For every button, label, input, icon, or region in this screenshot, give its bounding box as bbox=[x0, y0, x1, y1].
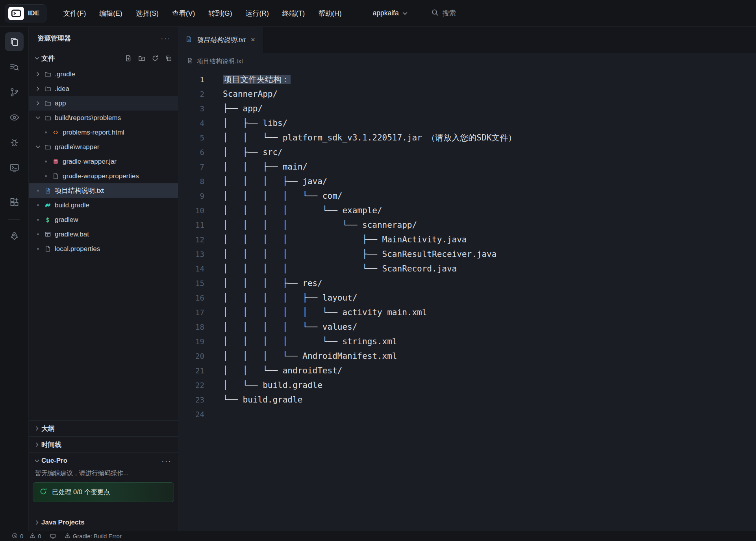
line-content[interactable]: │ │ │ └── AndroidManifest.xml bbox=[223, 349, 397, 364]
feedback-screen-icon[interactable] bbox=[50, 533, 56, 539]
line-content[interactable]: │ │ │ │ └── values/ bbox=[223, 320, 357, 334]
menu-e[interactable]: 编辑(E) bbox=[93, 5, 129, 22]
editor-line[interactable]: 7│ │ ├── main/ bbox=[178, 160, 756, 174]
editor-line[interactable]: 1项目文件夹结构： bbox=[178, 72, 756, 87]
line-content[interactable]: │ │ ├── main/ bbox=[223, 160, 308, 174]
tree-item-gradlew.bat[interactable]: gradlew.bat bbox=[29, 227, 178, 242]
more-actions-icon[interactable]: ··· bbox=[161, 36, 171, 40]
chevron-right-icon[interactable] bbox=[33, 71, 43, 77]
line-content[interactable]: │ │ │ │ └── scannerapp/ bbox=[223, 218, 417, 233]
java-projects-section-header[interactable]: Java Projects bbox=[29, 514, 178, 531]
editor-line[interactable]: 6│ ├── src/ bbox=[178, 145, 756, 160]
editor-line[interactable]: 24 bbox=[178, 407, 756, 422]
tree-item-app[interactable]: app bbox=[29, 96, 178, 111]
editor-line[interactable]: 14│ │ │ │ └── ScanRecord.java bbox=[178, 262, 756, 276]
editor-line[interactable]: 9│ │ │ │ └── com/ bbox=[178, 189, 756, 203]
editor-line[interactable]: 8│ │ │ ├── java/ bbox=[178, 174, 756, 189]
problems-indicator[interactable]: 0 0 bbox=[12, 533, 41, 540]
source-control-icon[interactable] bbox=[5, 83, 24, 102]
workspace-switcher[interactable]: appkaifa bbox=[372, 9, 407, 17]
tree-item-problems-report.html[interactable]: problems-report.html bbox=[29, 125, 178, 140]
new-file-icon[interactable] bbox=[124, 54, 132, 62]
breadcrumb[interactable]: 项目结构说明.txt bbox=[178, 53, 756, 70]
menu-h[interactable]: 帮助(H) bbox=[311, 5, 348, 22]
tree-item-gradle-wrapper.jar[interactable]: gradle-wrapper.jar bbox=[29, 154, 178, 169]
menu-g[interactable]: 转到(G) bbox=[202, 5, 239, 22]
line-content[interactable]: └── build.gradle bbox=[223, 393, 302, 407]
tree-item-gradlew[interactable]: $gradlew bbox=[29, 212, 178, 227]
preview-eye-icon[interactable] bbox=[5, 108, 24, 127]
editor-line[interactable]: 11│ │ │ │ └── scannerapp/ bbox=[178, 218, 756, 233]
editor-line[interactable]: 13│ │ │ │ ├── ScanResultReceiver.java bbox=[178, 247, 756, 262]
line-content[interactable]: │ ├── libs/ bbox=[223, 116, 287, 131]
menu-s[interactable]: 选择(S) bbox=[129, 5, 165, 22]
line-content[interactable]: │ │ │ │ ├── layout/ bbox=[223, 291, 357, 305]
editor-line[interactable]: 16│ │ │ │ ├── layout/ bbox=[178, 291, 756, 305]
editor-line[interactable]: 15│ │ │ ├── res/ bbox=[178, 276, 756, 291]
editor-line[interactable]: 12│ │ │ │ ├── MainActivity.java bbox=[178, 233, 756, 247]
line-content[interactable]: │ │ └── androidTest/ bbox=[223, 364, 342, 378]
editor-line[interactable]: 18│ │ │ │ └── values/ bbox=[178, 320, 756, 334]
extensions-icon[interactable] bbox=[5, 192, 24, 211]
close-tab-icon[interactable]: × bbox=[250, 35, 256, 44]
tree-item-gradle-wrapper.properties[interactable]: gradle-wrapper.properties bbox=[29, 169, 178, 183]
editor-line[interactable]: 10│ │ │ │ └── example/ bbox=[178, 203, 756, 218]
menu-v[interactable]: 查看(V) bbox=[165, 5, 202, 22]
tree-item-build.gradle[interactable]: build.gradle bbox=[29, 198, 178, 212]
editor-line[interactable]: 23└── build.gradle bbox=[178, 393, 756, 407]
line-content[interactable]: │ ├── src/ bbox=[223, 145, 283, 160]
tab-project-structure[interactable]: 项目结构说明.txt × bbox=[178, 27, 263, 53]
gradle-error-status[interactable]: Gradle: Build Error bbox=[65, 533, 122, 540]
tree-item-build-reports-problems[interactable]: build\reports\problems bbox=[29, 111, 178, 125]
line-content[interactable]: │ │ │ │ └── com/ bbox=[223, 189, 342, 203]
collapse-all-icon[interactable] bbox=[165, 54, 172, 62]
editor-line[interactable]: 17│ │ │ │ │ └── activity_main.xml bbox=[178, 305, 756, 320]
editor-line[interactable]: 21│ │ └── androidTest/ bbox=[178, 364, 756, 378]
cuepro-changes-button[interactable]: 已处理 0/0 个变更点 bbox=[33, 482, 174, 502]
line-content[interactable]: ├── app/ bbox=[223, 102, 263, 116]
cuepro-section-header[interactable]: Cue-Pro ··· bbox=[29, 453, 178, 469]
line-content[interactable]: │ │ │ │ ├── MainActivity.java bbox=[223, 233, 467, 247]
tree-item-gradle-wrapper[interactable]: gradle\wrapper bbox=[29, 140, 178, 154]
line-content[interactable]: │ │ │ │ ├── ScanResultReceiver.java bbox=[223, 247, 497, 262]
search-panel-icon[interactable] bbox=[5, 57, 24, 76]
line-content[interactable]: │ │ │ │ └── example/ bbox=[223, 203, 382, 218]
line-content[interactable]: ScannerApp/ bbox=[223, 87, 278, 102]
line-content[interactable]: │ └── build.gradle bbox=[223, 378, 322, 393]
chevron-down-icon[interactable] bbox=[33, 144, 43, 150]
tree-item-项目结构说明.txt[interactable]: 项目结构说明.txt bbox=[29, 183, 178, 198]
remote-terminal-icon[interactable] bbox=[5, 158, 24, 177]
editor-line[interactable]: 19│ │ │ │ └── strings.xml bbox=[178, 334, 756, 349]
debug-bug-icon[interactable] bbox=[5, 133, 24, 152]
chevron-right-icon[interactable] bbox=[33, 100, 43, 106]
timeline-section-header[interactable]: 时间线 bbox=[29, 437, 178, 452]
editor-line[interactable]: 20│ │ │ └── AndroidManifest.xml bbox=[178, 349, 756, 364]
editor-line[interactable]: 22│ └── build.gradle bbox=[178, 378, 756, 393]
ai-assistant-rocket-icon[interactable] bbox=[5, 227, 24, 246]
files-section-header[interactable]: 文件 bbox=[29, 50, 178, 67]
line-content[interactable]: │ │ │ ├── java/ bbox=[223, 174, 328, 189]
menu-r[interactable]: 运行(R) bbox=[239, 5, 276, 22]
new-folder-icon[interactable] bbox=[138, 54, 146, 62]
menu-f[interactable]: 文件(F) bbox=[57, 5, 93, 22]
chevron-right-icon[interactable] bbox=[33, 86, 43, 92]
line-content[interactable]: │ │ └── platform_sdk_v3.1.220517.jar （请放… bbox=[223, 131, 516, 145]
tree-item-.gradle[interactable]: .gradle bbox=[29, 67, 178, 81]
global-search[interactable]: 搜索 bbox=[431, 9, 456, 18]
line-content[interactable]: │ │ │ │ └── ScanRecord.java bbox=[223, 262, 457, 276]
more-actions-icon[interactable]: ··· bbox=[161, 459, 172, 463]
tree-item-local.properties[interactable]: local.properties bbox=[29, 242, 178, 256]
editor-line[interactable]: 4│ ├── libs/ bbox=[178, 116, 756, 131]
editor-line[interactable]: 5│ │ └── platform_sdk_v3.1.220517.jar （请… bbox=[178, 131, 756, 145]
refresh-icon[interactable] bbox=[151, 54, 159, 62]
menu-t[interactable]: 终端(T) bbox=[276, 5, 311, 22]
app-logo-button[interactable]: IDE bbox=[5, 4, 46, 22]
text-editor[interactable]: 1项目文件夹结构：2ScannerApp/3├── app/4│ ├── lib… bbox=[178, 70, 756, 531]
tree-item-.idea[interactable]: .idea bbox=[29, 81, 178, 96]
editor-line[interactable]: 3├── app/ bbox=[178, 102, 756, 116]
line-content[interactable]: │ │ │ │ │ └── activity_main.xml bbox=[223, 305, 427, 320]
editor-line[interactable]: 2ScannerApp/ bbox=[178, 87, 756, 102]
line-content[interactable]: 项目文件夹结构： bbox=[223, 72, 291, 87]
line-content[interactable]: │ │ │ ├── res/ bbox=[223, 276, 322, 291]
chevron-down-icon[interactable] bbox=[33, 115, 43, 121]
